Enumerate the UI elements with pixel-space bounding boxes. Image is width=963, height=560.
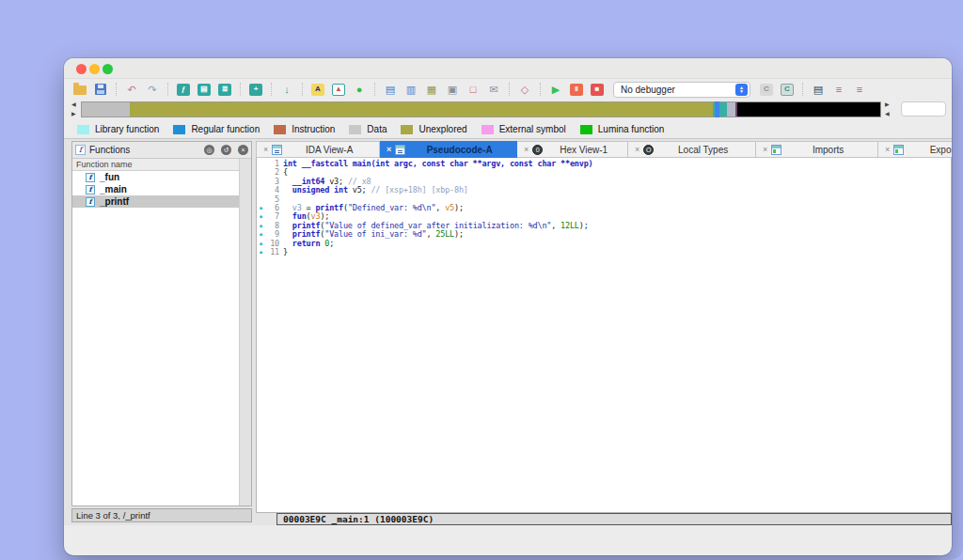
functions-panel-title: Functions <box>89 145 197 155</box>
functions-panel-header[interactable]: f Functions ◎ ↺ × <box>72 142 251 159</box>
imports-tab-icon <box>771 145 781 155</box>
tab-imports[interactable]: ×Imports <box>756 141 878 158</box>
navigation-band[interactable] <box>81 101 881 117</box>
tab-hex-view-1[interactable]: ×0Hex View-1 <box>517 141 628 158</box>
function-icon: f <box>86 173 95 182</box>
stack-view-icon[interactable]: ▥ <box>403 83 418 97</box>
legend-label: Library function <box>95 124 159 134</box>
code-token: // [xsp+18h] [xbp-8h] <box>371 185 467 194</box>
navigate-back-icon[interactable]: ↶ <box>124 83 139 97</box>
function-row[interactable]: f_printf <box>72 195 239 208</box>
code-token: return <box>292 239 321 248</box>
tab-close-icon[interactable]: × <box>524 145 529 154</box>
window-list-icon[interactable]: ▤ <box>811 83 826 97</box>
open-file-icon[interactable] <box>73 86 87 95</box>
tab-pseudocode-a[interactable]: ×Pseudocode-A <box>380 141 517 158</box>
stop-debugger-icon[interactable]: ■ <box>591 84 604 96</box>
legend-label: Regular function <box>191 124 260 134</box>
data-segment[interactable] <box>82 102 130 117</box>
debugger-select[interactable]: No debugger ▲▼ <box>613 82 750 98</box>
tab-label: Local Types <box>654 145 752 155</box>
code-line-number: 11 <box>265 248 283 257</box>
functions-scrollbar[interactable] <box>239 159 251 506</box>
functions-column-header[interactable]: Function name <box>72 159 251 171</box>
source-c-icon[interactable]: C <box>760 84 773 96</box>
watch-icon[interactable]: ◇ <box>517 83 532 97</box>
ida-pro-window: ↶↷ƒ▤≣+↓A▲●▤▥▦▣□✉◇▶‖■ No debugger ▲▼ CC▤≡… <box>64 58 952 555</box>
breakpoints-icon[interactable]: □ <box>466 83 481 97</box>
code-token: , <box>551 221 560 230</box>
problems-icon[interactable]: ✉ <box>486 83 501 97</box>
external-segment[interactable] <box>737 102 880 117</box>
code-line-marker-dot: ● <box>257 248 265 257</box>
functions-window-icon[interactable]: ƒ <box>177 84 190 96</box>
functions-panel-undock-button[interactable]: ↺ <box>221 145 231 155</box>
functions-panel-pin-button[interactable]: ◎ <box>204 145 214 155</box>
function-name: _main <box>100 184 127 194</box>
code-token: , <box>435 203 445 212</box>
code-token: 25LL <box>435 229 454 239</box>
segments-icon[interactable]: ▦ <box>424 83 439 97</box>
zoom-window-button[interactable] <box>103 64 113 74</box>
data-segment-2[interactable] <box>727 102 735 117</box>
code-line: ●4 unsigned int v5; // [xsp+18h] [xbp-8h… <box>257 186 951 194</box>
tab-close-icon[interactable]: × <box>387 145 391 154</box>
function-row[interactable]: f_main <box>72 183 239 195</box>
toolbar-right-group: CC▤≡≡ <box>756 83 870 97</box>
tab-local-types[interactable]: ×OLocal Types <box>628 141 756 158</box>
graph-view-icon[interactable]: ▲ <box>332 84 345 96</box>
toolbar-separator <box>374 83 375 96</box>
tab-close-icon[interactable]: × <box>763 145 767 154</box>
pseudocode-view[interactable]: ●1int __fastcall main(int argc, const ch… <box>256 158 952 513</box>
unexplored-segment[interactable] <box>130 102 713 117</box>
toolbar-separator <box>302 83 303 96</box>
code-token: int __fastcall main(int argc, const char… <box>283 159 592 168</box>
legend-color-chip <box>173 125 185 134</box>
titlebar[interactable] <box>64 58 952 79</box>
minimize-window-button[interactable] <box>89 64 100 74</box>
tab-exports[interactable]: ×Exports <box>878 141 952 158</box>
tab-label: Imports <box>781 145 875 155</box>
names-window-icon[interactable]: ▣ <box>445 83 460 97</box>
tab-close-icon[interactable]: × <box>263 145 268 154</box>
navband-zoom-box[interactable] <box>901 101 946 117</box>
functions-list: f_funf_mainf_printf <box>72 171 239 506</box>
exports-tab-icon <box>893 145 904 155</box>
hex-tab-icon: 0 <box>532 145 543 155</box>
tab-close-icon[interactable]: × <box>885 145 890 154</box>
pause-debugger-icon[interactable]: ‖ <box>570 84 583 96</box>
legend-item: Data <box>349 124 387 134</box>
code-line: ●9 printf("Value of ini_var: %d", 25LL); <box>257 230 951 239</box>
next-window-icon[interactable]: ≡ <box>852 83 867 97</box>
code-token: "Value of ini_var: %d" <box>324 229 426 239</box>
lumina-icon[interactable]: ● <box>352 83 367 97</box>
tab-ida-view-a[interactable]: ×IDA View-A <box>256 141 380 158</box>
navigate-forward-icon[interactable]: ↷ <box>145 83 160 97</box>
il-view-icon[interactable]: ▤ <box>383 83 398 97</box>
navband-scroll-left-buttons[interactable]: ◀▶ <box>71 101 80 117</box>
navigation-band-row: ◀▶ ▶◀ <box>64 100 952 120</box>
view-tab-icon <box>272 145 282 155</box>
tab-bar: ×IDA View-A×Pseudocode-A×0Hex View-1×OLo… <box>256 141 952 158</box>
pseudocode-status-bar: 00003E9C _main:1 (100003E9C) <box>276 513 952 525</box>
previous-window-icon[interactable]: ≡ <box>831 83 846 97</box>
debugger-select-stepper-icon[interactable]: ▲▼ <box>735 84 748 96</box>
structures-icon[interactable]: ▤ <box>197 84 211 96</box>
enums-icon[interactable]: ≣ <box>218 84 231 96</box>
code-line-marker-dot: ● <box>257 230 265 239</box>
tab-close-icon[interactable]: × <box>635 145 639 154</box>
save-file-icon[interactable] <box>95 84 106 95</box>
legend-color-chip <box>77 125 89 134</box>
function-row[interactable]: f_fun <box>72 171 239 183</box>
crosshair-icon[interactable]: + <box>249 84 262 96</box>
code-token: } <box>283 247 288 257</box>
code-line-text: int __fastcall main(int argc, const char… <box>283 160 592 168</box>
functions-panel-close-button[interactable]: × <box>238 145 248 155</box>
navband-scroll-right-buttons[interactable]: ▶◀ <box>885 101 893 117</box>
close-window-button[interactable] <box>76 64 87 74</box>
jump-to-address-icon[interactable]: ↓ <box>279 83 294 97</box>
run-debugger-icon[interactable]: ▶ <box>548 83 563 97</box>
pseudocode-c-icon[interactable]: C <box>781 84 794 96</box>
text-view-icon[interactable]: A <box>311 84 324 96</box>
legend-label: Lumina function <box>598 124 665 134</box>
